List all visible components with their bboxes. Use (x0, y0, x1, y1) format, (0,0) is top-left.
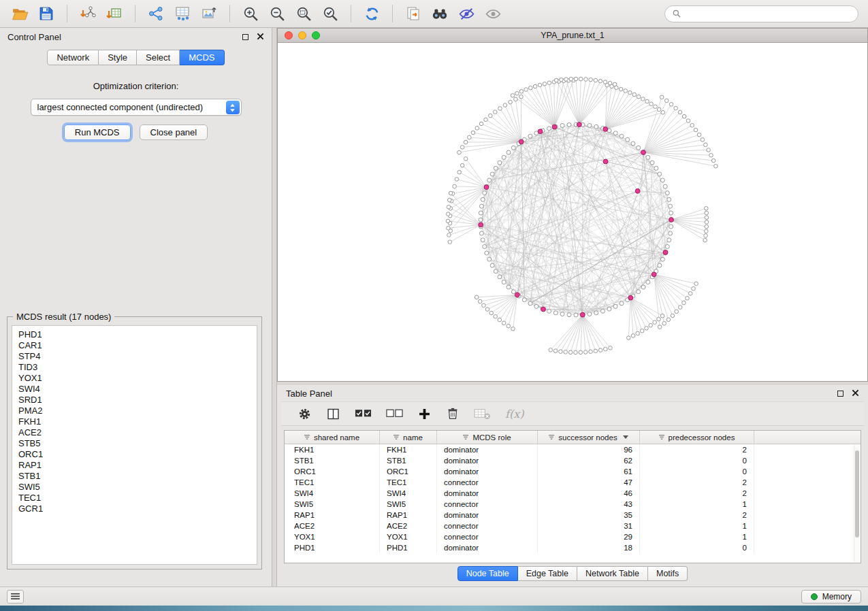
new-table-icon[interactable] (172, 3, 193, 24)
hide-details-eye-icon[interactable] (456, 3, 477, 24)
tab-select[interactable]: Select (137, 50, 180, 65)
tab-network-table[interactable]: Network Table (577, 566, 648, 581)
show-columns-icon[interactable] (326, 407, 340, 421)
zoom-selected-icon[interactable] (320, 3, 340, 24)
window-minimize-traffic-light[interactable] (298, 31, 306, 39)
close-panel-icon[interactable] (257, 32, 264, 42)
table-row[interactable]: TEC1TEC1connector472 (285, 477, 861, 488)
function-builder-icon[interactable]: f(x) (505, 408, 524, 420)
save-session-icon[interactable] (36, 3, 57, 24)
open-session-icon[interactable] (10, 3, 30, 24)
close-panel-button[interactable]: Close panel (140, 125, 208, 140)
zoom-fit-icon[interactable] (293, 3, 314, 24)
mcds-result-item[interactable]: FKH1 (18, 416, 251, 427)
table-row[interactable]: YOX1YOX1connector291 (285, 531, 861, 542)
add-column-plus-icon[interactable] (417, 407, 432, 421)
table-cell: 2 (640, 477, 754, 488)
table-row[interactable]: PHD1PHD1dominator180 (285, 542, 861, 553)
memory-button[interactable]: Memory (801, 590, 861, 604)
table-scrollbar[interactable] (854, 445, 860, 562)
panel-divider-vertical[interactable] (272, 28, 277, 587)
import-table-icon[interactable] (104, 3, 125, 24)
delete-column-trash-icon[interactable] (446, 407, 460, 420)
new-network-icon[interactable] (146, 3, 166, 24)
copy-network-icon[interactable] (403, 3, 423, 24)
network-graph[interactable] (278, 43, 867, 381)
run-mcds-button[interactable]: Run MCDS (64, 125, 131, 140)
mcds-result-item[interactable]: CAR1 (18, 340, 251, 351)
mcds-result-item[interactable]: STB5 (18, 438, 251, 449)
table-row[interactable]: ACE2ACE2connector311 (285, 521, 861, 531)
search-input[interactable] (686, 9, 851, 18)
mcds-result-item[interactable]: SRD1 (18, 395, 251, 406)
selected-criterion-value: largest connected component (undirected) (37, 102, 204, 112)
scrollbar-thumb[interactable] (855, 450, 859, 538)
window-zoom-traffic-light[interactable] (312, 31, 320, 39)
control-panel-title: Control Panel (7, 32, 61, 42)
table-settings-gear-icon[interactable] (298, 407, 312, 421)
mcds-result-item[interactable]: SWI4 (18, 384, 251, 395)
import-network-icon[interactable] (78, 3, 98, 24)
refresh-view-icon[interactable] (361, 3, 382, 24)
mcds-result-item[interactable]: TID3 (18, 362, 251, 373)
column-header[interactable]: shared name (285, 431, 380, 444)
show-details-eye-icon[interactable] (483, 3, 503, 24)
export-image-icon[interactable] (199, 3, 219, 24)
tab-node-table[interactable]: Node Table (457, 566, 518, 581)
mcds-result-list[interactable]: PHD1CAR1STP4TID3YOX1SWI4SRD1PMA2FKH1ACE2… (12, 325, 257, 565)
table-cell-filler (754, 477, 861, 488)
table-cell: TEC1 (285, 477, 380, 488)
column-header[interactable]: predecessor nodes (640, 431, 754, 444)
toolbar-separator (135, 5, 135, 22)
optimization-criterion-label: Optimization criterion: (0, 81, 272, 91)
mcds-result-item[interactable]: STB1 (18, 471, 251, 482)
float-panel-icon[interactable] (242, 34, 248, 40)
column-header[interactable]: MCDS role (437, 431, 538, 444)
tab-motifs[interactable]: Motifs (648, 566, 688, 581)
mcds-result-item[interactable]: STP4 (18, 351, 251, 362)
mcds-result-item[interactable]: YOX1 (18, 373, 251, 384)
table-row[interactable]: SWI4SWI4dominator462 (285, 488, 861, 499)
tab-edge-table[interactable]: Edge Table (518, 566, 577, 581)
column-header[interactable]: name (380, 431, 437, 444)
mcds-result-item[interactable]: PHD1 (18, 329, 251, 340)
mcds-result-item[interactable]: PMA2 (18, 406, 251, 416)
mcds-result-item[interactable]: ORC1 (18, 449, 251, 460)
mcds-result-item[interactable]: RAP1 (18, 460, 251, 471)
search-box (664, 5, 858, 22)
column-header[interactable]: successor nodes (538, 431, 640, 444)
control-panel-tab-bar: Network Style Select MCDS (0, 50, 272, 65)
table-cell: YOX1 (285, 531, 380, 542)
binoculars-icon[interactable] (430, 3, 450, 24)
close-table-panel-icon[interactable] (852, 389, 859, 399)
table-cell: 0 (640, 455, 754, 466)
table-row[interactable]: RAP1RAP1dominator352 (285, 510, 861, 521)
window-close-traffic-light[interactable] (285, 31, 293, 39)
network-canvas[interactable] (278, 43, 867, 381)
deselect-all-icon[interactable] (386, 408, 403, 420)
select-all-icon[interactable] (355, 408, 372, 420)
table-row[interactable]: FKH1FKH1dominator962 (285, 444, 861, 455)
network-window-titlebar[interactable]: YPA_prune.txt_1 (278, 29, 867, 43)
mcds-result-item[interactable]: GCR1 (18, 503, 251, 514)
tab-network[interactable]: Network (47, 50, 99, 65)
toolbar-separator (67, 5, 67, 22)
table-cell: dominator (437, 466, 538, 477)
delete-table-icon[interactable] (474, 408, 491, 420)
tab-style[interactable]: Style (99, 50, 137, 65)
mcds-result-item[interactable]: ACE2 (18, 427, 251, 438)
panel-menu-button[interactable] (7, 590, 24, 604)
table-cell-filler (754, 488, 861, 499)
table-header-row: shared namenameMCDS rolesuccessor nodesp… (285, 431, 861, 444)
tab-mcds[interactable]: MCDS (180, 50, 224, 65)
float-table-panel-icon[interactable] (837, 391, 843, 397)
table-row[interactable]: STB1STB1dominator620 (285, 455, 861, 466)
table-row[interactable]: ORC1ORC1dominator610 (285, 466, 861, 477)
mcds-result-item[interactable]: SWI5 (18, 482, 251, 493)
table-cell: 0 (640, 542, 754, 553)
zoom-in-icon[interactable] (240, 3, 261, 24)
mcds-result-item[interactable]: TEC1 (18, 493, 251, 503)
table-row[interactable]: SWI5SWI5connector431 (285, 499, 861, 510)
zoom-out-icon[interactable] (267, 3, 287, 24)
optimization-criterion-select[interactable]: largest connected component (undirected) (31, 99, 242, 116)
